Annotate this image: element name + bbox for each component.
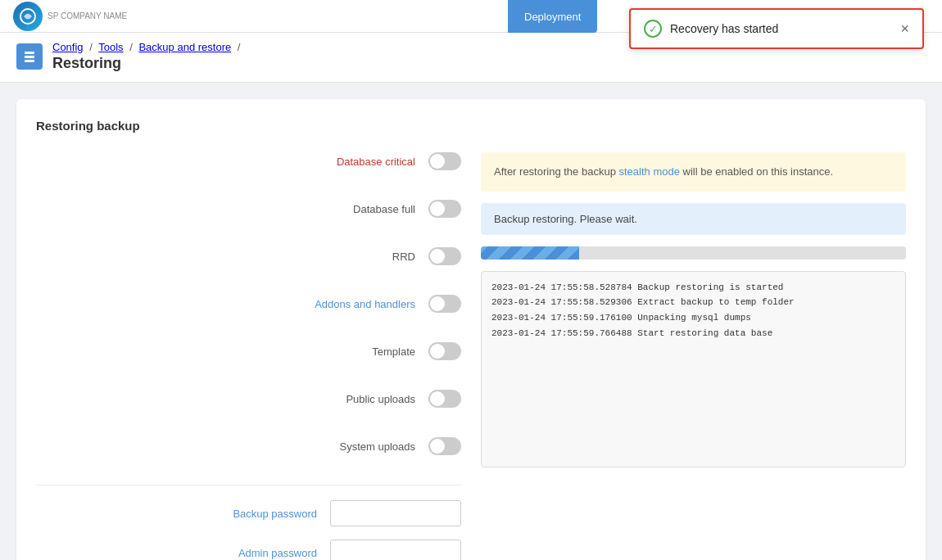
main-content: Restoring backup Database critical Datab… <box>0 83 942 560</box>
addons-toggle[interactable] <box>428 295 461 313</box>
svg-rect-3 <box>25 60 34 62</box>
info-text-after: will be enabled on this instance. <box>680 165 833 178</box>
rrd-label: RRD <box>36 251 428 263</box>
breadcrumb-sep3: / <box>238 41 241 53</box>
content-grid: Database critical Database full RRD Addo… <box>36 152 906 560</box>
svg-rect-1 <box>25 52 34 54</box>
breadcrumb-config[interactable]: Config <box>52 41 84 53</box>
template-label: Template <box>36 345 428 358</box>
public-uploads-label: Public uploads <box>36 393 428 405</box>
breadcrumb: Config / Tools / Backup and restore / <box>52 41 243 53</box>
system-uploads-row: System uploads <box>36 437 461 470</box>
breadcrumb-sep2: / <box>129 41 133 53</box>
progress-bar-fill <box>481 246 579 260</box>
admin-password-input[interactable] <box>330 540 461 560</box>
progress-bar-container <box>481 246 906 260</box>
database-critical-label: Database critical <box>36 156 428 168</box>
toast-notification: ✓ Recovery has started × <box>629 8 924 49</box>
card-title: Restoring backup <box>36 119 906 133</box>
toast-close-button[interactable]: × <box>892 20 909 38</box>
log-area[interactable]: 2023-01-24 17:55:58.528784 Backup restor… <box>481 271 906 467</box>
backup-password-label: Backup password <box>36 508 330 520</box>
backup-password-row: Backup password <box>36 500 461 526</box>
header-text-group: Config / Tools / Backup and restore / Re… <box>52 41 243 72</box>
info-banner: After restoring the backup stealth mode … <box>481 152 906 192</box>
page-header-icon <box>16 43 43 70</box>
breadcrumb-backup[interactable]: Backup and restore <box>138 41 231 53</box>
app-logo <box>13 2 43 31</box>
right-panel: After restoring the backup stealth mode … <box>481 152 906 560</box>
public-uploads-toggle[interactable] <box>428 390 461 408</box>
stealth-mode-link[interactable]: stealth mode <box>618 165 679 178</box>
public-uploads-row: Public uploads <box>36 390 461 422</box>
breadcrumb-sep1: / <box>89 41 93 53</box>
database-full-label: Database full <box>36 203 428 215</box>
addons-label: Addons and handlers <box>36 298 428 310</box>
database-full-toggle[interactable] <box>428 200 461 218</box>
admin-password-label: Admin password <box>36 547 330 559</box>
status-banner: Backup restoring. Please wait. <box>481 203 906 235</box>
admin-password-row: Admin password <box>36 540 461 560</box>
template-toggle[interactable] <box>428 342 461 360</box>
status-message: Backup restoring. Please wait. <box>494 213 637 225</box>
info-text-before: After restoring the backup <box>494 165 618 178</box>
database-full-row: Database full <box>36 200 461 233</box>
system-uploads-toggle[interactable] <box>428 437 461 455</box>
rrd-toggle[interactable] <box>428 247 461 265</box>
deployment-button[interactable]: Deployment <box>508 0 597 33</box>
addons-row: Addons and handlers <box>36 295 461 327</box>
divider <box>36 485 461 485</box>
restoring-card: Restoring backup Database critical Datab… <box>16 99 926 560</box>
page-title: Restoring <box>52 55 243 72</box>
database-critical-toggle[interactable] <box>428 152 461 170</box>
toast-success-icon: ✓ <box>644 20 662 38</box>
breadcrumb-tools[interactable]: Tools <box>98 41 123 53</box>
svg-rect-2 <box>25 56 34 58</box>
database-critical-row: Database critical <box>36 152 461 185</box>
template-row: Template <box>36 342 461 375</box>
toast-message: Recovery has started <box>670 22 892 35</box>
rrd-row: RRD <box>36 247 461 280</box>
backup-password-input[interactable] <box>330 500 461 526</box>
company-name: SP COMPANY NAME <box>48 11 127 20</box>
left-panel: Database critical Database full RRD Addo… <box>36 152 461 560</box>
system-uploads-label: System uploads <box>36 440 428 453</box>
